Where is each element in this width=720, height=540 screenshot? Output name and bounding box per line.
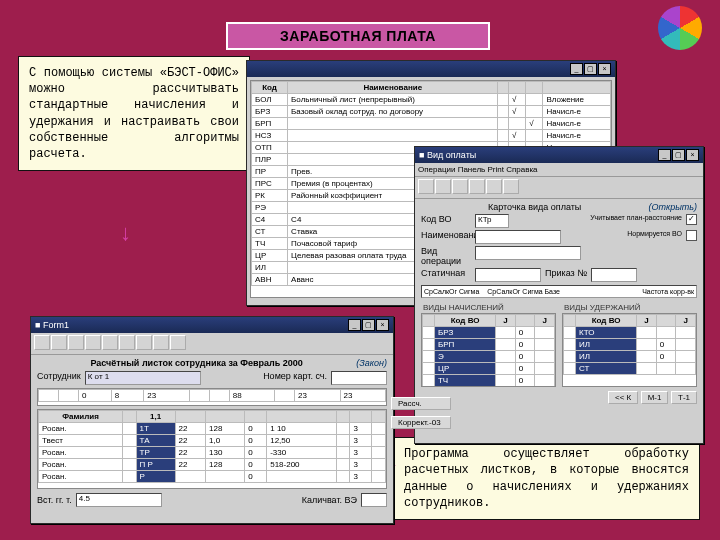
payslip-grid[interactable]: Фамилия1,1Росан.1Т2212801 103ТвестТА221,…: [37, 409, 387, 489]
input-code[interactable]: КТр: [475, 214, 509, 228]
btn-k[interactable]: << К: [608, 391, 638, 404]
label-chk2: Нормируется ВО: [627, 230, 682, 244]
input-employee[interactable]: К от 1: [85, 371, 201, 385]
max-icon[interactable]: ▢: [362, 319, 375, 331]
grid-accruals[interactable]: Код ВОJJБРЗ0БРП0Э0ЦР0ТЧ0: [421, 313, 556, 387]
input-prikaz[interactable]: [591, 268, 637, 282]
callout-left: С помощью системы «БЭСТ-ОФИС» можно расс…: [18, 56, 250, 171]
checkbox[interactable]: [686, 230, 697, 241]
btn-calc[interactable]: Рассч.: [391, 397, 451, 410]
toolbar[interactable]: [415, 177, 703, 199]
card-header: Карточка вида оплаты (Открыть): [421, 202, 697, 212]
summary-row: 0823882323: [37, 388, 387, 406]
input-cat[interactable]: [475, 246, 581, 260]
label-footer: Вст. гг. т.: [37, 495, 72, 505]
color-wheel-logo: [658, 6, 702, 50]
toolbar[interactable]: [31, 333, 393, 355]
titlebar[interactable]: ■ Form1_▢×: [31, 317, 393, 333]
close-icon[interactable]: ×: [376, 319, 389, 331]
label-code: Код ВО: [421, 214, 471, 228]
section-accruals: ВИДЫ НАЧИСЛЕНИЙ: [423, 303, 556, 312]
arrow-down-icon: ↓: [120, 220, 131, 246]
label-name: Наименование: [421, 230, 471, 244]
page-title: ЗАРАБОТНАЯ ПЛАТА: [226, 22, 490, 50]
titlebar: _▢×: [247, 61, 615, 77]
checkbox[interactable]: ✓: [686, 214, 697, 225]
grid-deductions[interactable]: Код ВОJJКТОИЛ0ИЛ0СТ: [562, 313, 697, 387]
algo-box: СрСалкОг СигмаСрСалкОг Сигма БазеЧастота…: [421, 285, 697, 298]
titlebar[interactable]: ■ Вид оплаты_▢×: [415, 147, 703, 163]
payslip-header: Расчётный листок сотрудника за Февраль 2…: [37, 358, 387, 368]
window-payslip: ■ Form1_▢× Расчётный листок сотрудника з…: [30, 316, 394, 524]
label-chk1: Учитывает план-расстояние: [590, 214, 682, 228]
input-qty[interactable]: [361, 493, 387, 507]
min-icon[interactable]: _: [348, 319, 361, 331]
min-icon[interactable]: _: [570, 63, 583, 75]
label-act: Статичная: [421, 268, 471, 282]
label-employee: Сотрудник: [37, 371, 81, 385]
label-card: Номер карт. сч.: [263, 371, 327, 385]
btn-t1[interactable]: Т-1: [671, 391, 697, 404]
close-icon[interactable]: ×: [598, 63, 611, 75]
menubar[interactable]: Операции Панель Print Справка: [415, 163, 703, 177]
section-deductions: ВИДЫ УДЕРЖАНИЙ: [564, 303, 697, 312]
label-prikaz: Приказ №: [545, 268, 587, 282]
max-icon[interactable]: ▢: [584, 63, 597, 75]
max-icon[interactable]: ▢: [672, 149, 685, 161]
window-pay-type-card: ■ Вид оплаты_▢× Операции Панель Print Сп…: [414, 146, 704, 444]
input-footer[interactable]: 4.5: [76, 493, 162, 507]
close-icon[interactable]: ×: [686, 149, 699, 161]
btn-correct[interactable]: Коррект.-03: [391, 416, 451, 429]
label-qty: Каличват. ВЭ: [302, 495, 357, 505]
input-name[interactable]: [475, 230, 561, 244]
button-row: << К M-1 Т-1: [421, 391, 697, 404]
input-act[interactable]: [475, 268, 541, 282]
label-cat: Вид операции: [421, 246, 471, 266]
min-icon[interactable]: _: [658, 149, 671, 161]
callout-right: Программа осуществляет обработку расчетн…: [393, 437, 700, 520]
btn-m1[interactable]: M-1: [641, 391, 669, 404]
input-card[interactable]: [331, 371, 387, 385]
